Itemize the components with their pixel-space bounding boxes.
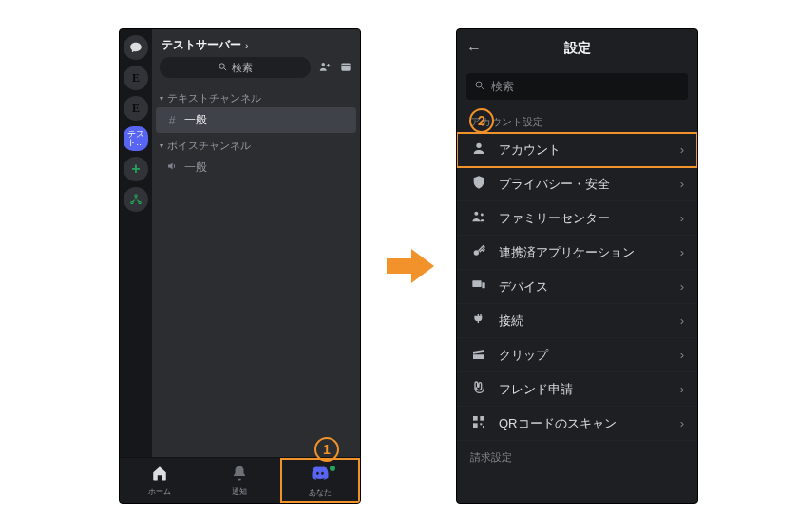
search-icon <box>218 62 228 74</box>
tab-you[interactable]: あなた <box>280 458 360 503</box>
discover-button[interactable] <box>124 187 148 212</box>
tab-label: ホーム <box>148 486 171 497</box>
chevron-right-icon: › <box>680 245 684 259</box>
qr-icon <box>470 414 487 432</box>
chevron-right-icon: › <box>680 348 684 362</box>
chevron-right-icon: › <box>680 314 684 328</box>
row-qr-scan[interactable]: QRコードのスキャン › <box>457 407 697 441</box>
speaker-icon <box>165 161 179 175</box>
settings-header: ← 設定 <box>457 29 697 67</box>
svg-point-0 <box>135 195 137 197</box>
svg-rect-13 <box>473 416 478 421</box>
screen-server-channels: E E テスト… + テストサーバー › 検索 <box>119 28 361 504</box>
chevron-right-icon: › <box>245 40 249 51</box>
group-billing-label: 請求設定 <box>457 441 697 468</box>
discord-face-icon <box>311 464 330 486</box>
svg-point-6 <box>476 82 482 87</box>
chevron-right-icon: › <box>680 382 684 396</box>
screen-settings: ← 設定 検索 アカウント設定 アカウント › プライバシー・安全 › ファミリ… <box>456 28 698 504</box>
row-label: アカウント <box>499 142 560 159</box>
server-rail: E E テスト… + <box>120 29 152 457</box>
key-icon <box>470 243 487 261</box>
row-apps[interactable]: 連携済アプリケーション › <box>457 236 697 270</box>
svg-rect-5 <box>341 63 350 70</box>
settings-title: 設定 <box>564 40 591 57</box>
row-friend-request[interactable]: フレンド申請 › <box>457 372 697 407</box>
server-e1[interactable]: E <box>124 66 148 90</box>
svg-rect-16 <box>480 423 482 425</box>
row-label: 接続 <box>499 313 523 330</box>
invite-icon[interactable] <box>318 60 332 76</box>
server-header[interactable]: テストサーバー › <box>152 29 360 57</box>
channel-label: 一般 <box>184 112 207 128</box>
row-label: プライバシー・安全 <box>499 176 610 193</box>
chevron-right-icon: › <box>680 416 684 430</box>
tab-notifications[interactable]: 通知 <box>200 458 279 503</box>
arrow-right-icon <box>387 247 434 285</box>
chevron-right-icon: › <box>680 142 684 157</box>
tab-label: 通知 <box>232 486 247 497</box>
bell-icon <box>231 465 248 485</box>
chevron-right-icon: › <box>680 279 684 294</box>
left-main: E E テスト… + テストサーバー › 検索 <box>120 29 360 457</box>
home-icon <box>151 465 168 485</box>
row-label: QRコードのスキャン <box>499 415 617 432</box>
plug-icon <box>470 312 487 330</box>
svg-point-9 <box>481 214 484 217</box>
row-label: フレンド申請 <box>499 381 573 398</box>
svg-point-8 <box>474 212 478 216</box>
row-devices[interactable]: デバイス › <box>457 270 697 304</box>
row-label: クリップ <box>499 347 548 364</box>
svg-rect-11 <box>472 280 481 287</box>
svg-point-4 <box>322 62 326 66</box>
row-account[interactable]: アカウント › <box>457 133 697 167</box>
svg-point-7 <box>476 143 481 148</box>
svg-rect-12 <box>482 282 484 288</box>
settings-search[interactable]: 検索 <box>466 73 688 100</box>
add-server-button[interactable]: + <box>124 157 148 181</box>
hash-icon: # <box>165 114 179 127</box>
channel-panel: テストサーバー › 検索 ▾ テキストチャンネル <box>152 29 360 457</box>
search-placeholder: 検索 <box>491 79 514 95</box>
tab-label: あなた <box>309 487 332 498</box>
channel-label: 一般 <box>184 160 207 176</box>
search-label: 検索 <box>232 61 253 75</box>
step-badge-2: 2 <box>469 108 494 133</box>
devices-icon <box>470 277 487 295</box>
family-icon <box>470 209 487 227</box>
clapper-icon <box>470 346 487 364</box>
voice-channel-category[interactable]: ▾ ボイスチャンネル <box>152 133 360 155</box>
row-clips[interactable]: クリップ › <box>457 338 697 372</box>
wave-icon <box>470 380 487 398</box>
row-connections[interactable]: 接続 › <box>457 304 697 338</box>
row-privacy[interactable]: プライバシー・安全 › <box>457 167 697 201</box>
voice-channel-general[interactable]: 一般 <box>156 155 356 180</box>
text-channel-category[interactable]: ▾ テキストチャンネル <box>152 86 360 107</box>
dm-button[interactable] <box>124 35 148 60</box>
server-e2[interactable]: E <box>124 96 148 121</box>
chevron-right-icon: › <box>680 211 684 225</box>
bottom-tab-bar: ホーム 通知 あなた <box>120 457 360 503</box>
back-button[interactable]: ← <box>466 40 482 57</box>
server-active[interactable]: テスト… <box>124 126 148 151</box>
search-row: 検索 <box>152 57 360 86</box>
svg-point-3 <box>219 63 225 68</box>
svg-rect-14 <box>480 416 484 421</box>
text-channel-general[interactable]: # 一般 <box>156 107 356 133</box>
svg-rect-17 <box>483 426 484 428</box>
row-family[interactable]: ファミリーセンター › <box>457 201 697 236</box>
search-button[interactable]: 検索 <box>160 57 311 78</box>
server-name: テストサーバー <box>162 37 241 53</box>
svg-rect-15 <box>473 423 478 428</box>
chevron-down-icon: ▾ <box>160 94 163 103</box>
tab-home[interactable]: ホーム <box>120 458 200 503</box>
step-badge-1: 1 <box>314 437 339 462</box>
text-category-label: テキストチャンネル <box>167 91 261 105</box>
calendar-icon[interactable] <box>339 60 352 76</box>
chevron-right-icon: › <box>680 177 684 191</box>
shield-icon <box>470 175 487 193</box>
chevron-down-icon: ▾ <box>160 142 163 150</box>
row-label: デバイス <box>499 278 548 295</box>
row-label: 連携済アプリケーション <box>499 244 635 261</box>
person-icon <box>470 141 487 159</box>
